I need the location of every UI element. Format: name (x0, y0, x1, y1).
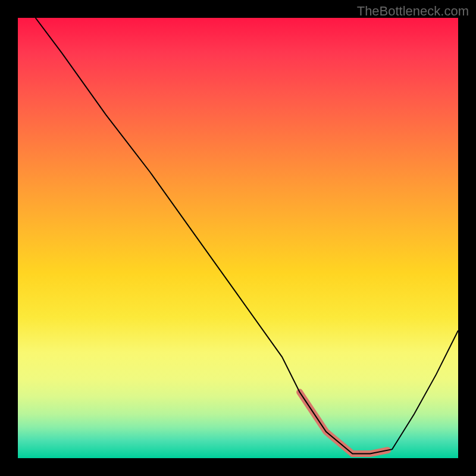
watermark-text: TheBottleneck.com (357, 4, 469, 19)
curve-highlight (300, 392, 388, 454)
curve-line (36, 18, 458, 454)
chart-svg (18, 18, 458, 458)
chart-plot-area (18, 18, 458, 458)
